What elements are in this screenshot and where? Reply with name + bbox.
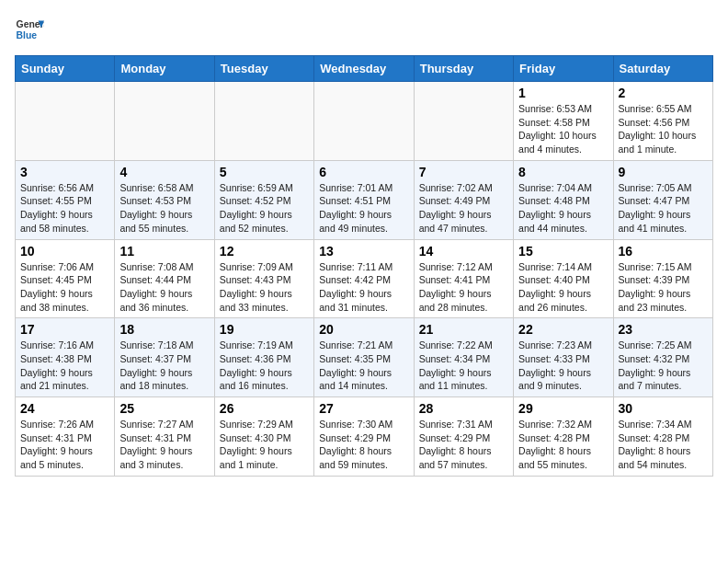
day-number: 26 [220,401,309,416]
calendar-cell: 2Sunrise: 6:55 AM Sunset: 4:56 PM Daylig… [613,82,712,161]
day-number: 12 [220,244,309,259]
day-info: Sunrise: 7:19 AM Sunset: 4:36 PM Dayligh… [220,339,293,391]
calendar-body: 1Sunrise: 6:53 AM Sunset: 4:58 PM Daylig… [16,82,713,477]
calendar-cell: 26Sunrise: 7:29 AM Sunset: 4:30 PM Dayli… [214,397,313,477]
day-number: 19 [220,322,309,337]
day-info: Sunrise: 7:25 AM Sunset: 4:32 PM Dayligh… [619,339,692,391]
calendar-cell: 27Sunrise: 7:30 AM Sunset: 4:29 PM Dayli… [314,397,414,477]
calendar-cell [214,82,313,161]
day-number: 5 [220,165,309,179]
day-info: Sunrise: 7:08 AM Sunset: 4:44 PM Dayligh… [119,261,193,313]
calendar-cell: 9Sunrise: 7:05 AM Sunset: 4:47 PM Daylig… [613,160,712,239]
svg-text:Blue: Blue [17,30,38,40]
day-info: Sunrise: 7:34 AM Sunset: 4:28 PM Dayligh… [619,419,692,470]
calendar-cell: 22Sunrise: 7:23 AM Sunset: 4:33 PM Dayli… [514,318,613,397]
calendar-cell [115,82,214,161]
calendar-cell: 11Sunrise: 7:08 AM Sunset: 4:44 PM Dayli… [115,239,214,318]
weekday-header-saturday: Saturday [613,56,712,82]
calendar-cell: 24Sunrise: 7:26 AM Sunset: 4:31 PM Dayli… [16,397,115,477]
day-number: 4 [119,165,209,179]
calendar-cell: 10Sunrise: 7:06 AM Sunset: 4:45 PM Dayli… [16,239,115,318]
week-row-5: 24Sunrise: 7:26 AM Sunset: 4:31 PM Dayli… [16,397,713,477]
weekday-header-monday: Monday [115,56,214,82]
day-number: 24 [20,401,109,416]
weekday-header-tuesday: Tuesday [214,56,313,82]
day-number: 28 [419,401,508,416]
day-number: 14 [419,244,508,259]
calendar-cell: 8Sunrise: 7:04 AM Sunset: 4:48 PM Daylig… [514,160,613,239]
calendar-cell: 18Sunrise: 7:18 AM Sunset: 4:37 PM Dayli… [115,318,214,397]
day-number: 27 [319,401,408,416]
day-info: Sunrise: 6:56 AM Sunset: 4:55 PM Dayligh… [20,182,94,234]
day-info: Sunrise: 7:01 AM Sunset: 4:51 PM Dayligh… [319,182,392,234]
calendar-cell: 19Sunrise: 7:19 AM Sunset: 4:36 PM Dayli… [214,318,313,397]
day-info: Sunrise: 7:02 AM Sunset: 4:49 PM Dayligh… [419,182,493,234]
weekday-header-wednesday: Wednesday [314,56,414,82]
day-info: Sunrise: 7:23 AM Sunset: 4:33 PM Dayligh… [518,339,592,391]
day-number: 22 [518,322,608,337]
calendar-cell: 25Sunrise: 7:27 AM Sunset: 4:31 PM Dayli… [115,397,214,477]
week-row-1: 1Sunrise: 6:53 AM Sunset: 4:58 PM Daylig… [16,82,713,161]
day-info: Sunrise: 7:29 AM Sunset: 4:30 PM Dayligh… [220,419,293,470]
calendar-cell: 20Sunrise: 7:21 AM Sunset: 4:35 PM Dayli… [314,318,414,397]
calendar-cell: 21Sunrise: 7:22 AM Sunset: 4:34 PM Dayli… [414,318,513,397]
day-info: Sunrise: 6:58 AM Sunset: 4:53 PM Dayligh… [119,182,193,234]
day-info: Sunrise: 7:32 AM Sunset: 4:28 PM Dayligh… [518,419,592,470]
day-info: Sunrise: 7:18 AM Sunset: 4:37 PM Dayligh… [119,339,193,391]
calendar-cell: 15Sunrise: 7:14 AM Sunset: 4:40 PM Dayli… [514,239,613,318]
calendar-cell: 16Sunrise: 7:15 AM Sunset: 4:39 PM Dayli… [613,239,712,318]
calendar-cell: 28Sunrise: 7:31 AM Sunset: 4:29 PM Dayli… [414,397,513,477]
day-number: 18 [119,322,209,337]
calendar-cell: 17Sunrise: 7:16 AM Sunset: 4:38 PM Dayli… [16,318,115,397]
day-info: Sunrise: 7:12 AM Sunset: 4:41 PM Dayligh… [419,261,493,313]
day-number: 20 [319,322,408,337]
day-number: 6 [319,165,408,179]
calendar-table: SundayMondayTuesdayWednesdayThursdayFrid… [15,55,713,477]
day-number: 23 [619,322,708,337]
day-info: Sunrise: 7:11 AM Sunset: 4:42 PM Dayligh… [319,261,392,313]
calendar-cell: 29Sunrise: 7:32 AM Sunset: 4:28 PM Dayli… [514,397,613,477]
day-number: 3 [20,165,109,179]
day-info: Sunrise: 7:26 AM Sunset: 4:31 PM Dayligh… [20,419,94,470]
weekday-header-sunday: Sunday [16,56,115,82]
day-number: 2 [619,86,708,100]
day-info: Sunrise: 7:27 AM Sunset: 4:31 PM Dayligh… [119,419,193,470]
calendar-cell: 7Sunrise: 7:02 AM Sunset: 4:49 PM Daylig… [414,160,513,239]
calendar-cell: 4Sunrise: 6:58 AM Sunset: 4:53 PM Daylig… [115,160,214,239]
calendar-cell: 13Sunrise: 7:11 AM Sunset: 4:42 PM Dayli… [314,239,414,318]
day-number: 30 [619,401,708,416]
day-info: Sunrise: 7:04 AM Sunset: 4:48 PM Dayligh… [518,182,592,234]
calendar-cell: 14Sunrise: 7:12 AM Sunset: 4:41 PM Dayli… [414,239,513,318]
calendar-cell [414,82,513,161]
day-info: Sunrise: 6:55 AM Sunset: 4:56 PM Dayligh… [619,103,697,155]
page-header: General Blue [15,15,713,44]
day-number: 15 [518,244,608,259]
day-number: 17 [20,322,109,337]
calendar-cell [16,82,115,161]
day-number: 25 [119,401,209,416]
logo-icon: General Blue [15,15,44,44]
day-info: Sunrise: 7:09 AM Sunset: 4:43 PM Dayligh… [220,261,293,313]
calendar-cell: 30Sunrise: 7:34 AM Sunset: 4:28 PM Dayli… [613,397,712,477]
week-row-2: 3Sunrise: 6:56 AM Sunset: 4:55 PM Daylig… [16,160,713,239]
day-number: 7 [419,165,508,179]
day-number: 13 [319,244,408,259]
day-number: 29 [518,401,608,416]
day-number: 10 [20,244,109,259]
day-info: Sunrise: 6:53 AM Sunset: 4:58 PM Dayligh… [518,103,597,155]
day-info: Sunrise: 7:14 AM Sunset: 4:40 PM Dayligh… [518,261,592,313]
week-row-3: 10Sunrise: 7:06 AM Sunset: 4:45 PM Dayli… [16,239,713,318]
calendar-cell: 6Sunrise: 7:01 AM Sunset: 4:51 PM Daylig… [314,160,414,239]
day-info: Sunrise: 7:22 AM Sunset: 4:34 PM Dayligh… [419,339,493,391]
day-info: Sunrise: 7:05 AM Sunset: 4:47 PM Dayligh… [619,182,692,234]
day-number: 11 [119,244,209,259]
calendar-header: SundayMondayTuesdayWednesdayThursdayFrid… [16,56,713,82]
week-row-4: 17Sunrise: 7:16 AM Sunset: 4:38 PM Dayli… [16,318,713,397]
weekday-header-thursday: Thursday [414,56,513,82]
calendar-cell: 12Sunrise: 7:09 AM Sunset: 4:43 PM Dayli… [214,239,313,318]
day-info: Sunrise: 7:06 AM Sunset: 4:45 PM Dayligh… [20,261,94,313]
day-info: Sunrise: 7:21 AM Sunset: 4:35 PM Dayligh… [319,339,392,391]
weekday-header-row: SundayMondayTuesdayWednesdayThursdayFrid… [16,56,713,82]
calendar-cell: 5Sunrise: 6:59 AM Sunset: 4:52 PM Daylig… [214,160,313,239]
day-info: Sunrise: 7:16 AM Sunset: 4:38 PM Dayligh… [20,339,94,391]
